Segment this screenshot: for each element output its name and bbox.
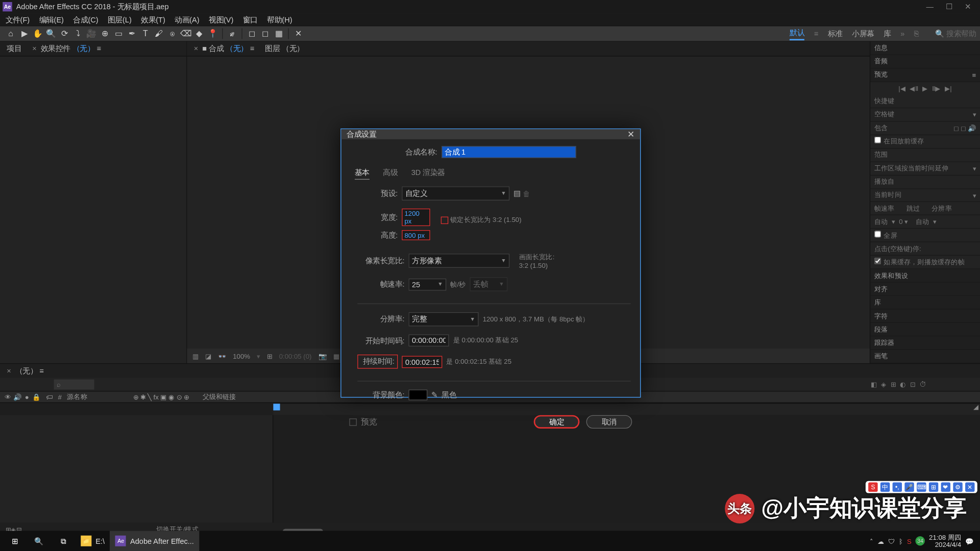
workspace-overflow-icon[interactable]: »	[900, 30, 904, 38]
alpha-icon[interactable]: ▥	[192, 352, 199, 360]
close-tab-icon[interactable]: ×	[194, 44, 198, 53]
tab-project[interactable]: 项目	[4, 42, 24, 55]
shape-mode-icon[interactable]: ◻	[258, 27, 272, 40]
snap-icon[interactable]: ⸙	[226, 27, 239, 40]
preset-delete-icon[interactable]: 🗑	[523, 189, 530, 197]
start-timecode-input[interactable]	[408, 334, 449, 346]
preview-movetime[interactable]: 如果缓存，则播放缓存的帧	[870, 256, 980, 269]
rect-tool-icon[interactable]: ▭	[112, 27, 125, 40]
taskbar-after-effects[interactable]: AeAdobe After Effec...	[110, 531, 200, 551]
home-icon[interactable]: ⌂	[4, 27, 17, 40]
tl-icon-6[interactable]: ⏱	[919, 381, 926, 388]
window-maximize-icon[interactable]: ☐	[946, 3, 952, 11]
menu-composition[interactable]: 合成(C)	[73, 14, 98, 24]
panel-preview[interactable]: 预览≡	[870, 68, 980, 82]
workspace-default[interactable]: 默认	[790, 27, 804, 40]
eraser-tool-icon[interactable]: ⌫	[179, 27, 192, 40]
preview-shortcut-value[interactable]: 空格键▾	[870, 108, 980, 121]
tray-security-icon[interactable]: 🛡	[888, 537, 895, 545]
workspace-small[interactable]: 小屏幕	[852, 29, 874, 39]
menu-view[interactable]: 视图(V)	[209, 14, 233, 24]
workspace-library[interactable]: 库	[884, 29, 891, 39]
col-parent[interactable]: 父级和链接	[203, 392, 236, 402]
ok-button[interactable]: 确定	[534, 415, 580, 429]
dialog-tab-3d[interactable]: 3D 渲染器	[411, 167, 445, 180]
tl-icon-1[interactable]: ◧	[871, 381, 877, 388]
cancel-button[interactable]: 取消	[586, 415, 632, 429]
ime-button-2[interactable]: •,	[893, 483, 902, 492]
col-lock-icon[interactable]: 🔒	[32, 393, 40, 401]
search-button[interactable]: 🔍	[27, 531, 51, 551]
last-frame-icon[interactable]: ▶|	[945, 85, 952, 92]
pen-tool-icon[interactable]: ✒	[125, 27, 138, 40]
col-audio-icon[interactable]: 🔊	[13, 393, 21, 401]
camera-tool-icon[interactable]: 🎥	[85, 27, 98, 40]
par-select[interactable]: 方形像素▼	[408, 254, 509, 268]
eyedropper-icon[interactable]: ✎	[431, 391, 437, 399]
preview-fps-value[interactable]: 自动 ▾ 0 ▾ 自动 ▾	[870, 216, 980, 229]
tab-effect-controls[interactable]: × 效果控件 （无） ≡	[30, 42, 104, 55]
panel-brushes[interactable]: 画笔	[870, 350, 980, 363]
preview-cache[interactable]: 在回放前缓存	[870, 135, 980, 148]
brush-tool-icon[interactable]: 🖌	[152, 27, 165, 40]
fps-select[interactable]: 25▼	[408, 278, 446, 290]
orbit-tool-icon[interactable]: ⟳	[58, 27, 71, 40]
tl-icon-4[interactable]: ◐	[900, 381, 906, 388]
workspace-standard[interactable]: 标准	[828, 29, 843, 39]
preview-range-value[interactable]: 工作区域按当前时间延伸▾	[870, 162, 980, 175]
preset-save-icon[interactable]: ▤	[513, 189, 520, 198]
dialog-tab-basic[interactable]: 基本	[355, 167, 370, 180]
rotate-tool-icon[interactable]: ⤵	[71, 27, 85, 40]
dialog-titlebar[interactable]: 合成设置 ✕	[341, 129, 641, 139]
fill-icon[interactable]: ▦	[272, 27, 285, 40]
taskbar-explorer[interactable]: 📁E:\	[76, 531, 110, 551]
zoom-value[interactable]: 100%	[233, 352, 250, 360]
dialog-close-icon[interactable]: ✕	[627, 129, 635, 139]
menu-effect[interactable]: 效果(T)	[141, 14, 165, 24]
anchor-tool-icon[interactable]: ⊕	[99, 27, 112, 40]
ime-button-3[interactable]: 🎤	[904, 483, 914, 492]
preview-playfrom-value[interactable]: 当前时间▾	[870, 189, 980, 202]
menu-layer[interactable]: 图层(L)	[108, 14, 132, 24]
ime-button-0[interactable]: S	[868, 483, 877, 492]
tray-bluetooth-icon[interactable]: ᛒ	[899, 537, 903, 545]
mask-icon[interactable]: 👓	[218, 352, 226, 360]
timeline-search-input[interactable]	[54, 379, 94, 389]
selection-tool-icon[interactable]: ▶	[17, 27, 31, 40]
menu-animation[interactable]: 动画(A)	[175, 14, 199, 24]
tray-up-icon[interactable]: ˄	[870, 537, 873, 545]
ime-button-8[interactable]: ✕	[965, 483, 974, 492]
timeline-tab[interactable]: × （无） ≡	[4, 364, 46, 377]
panel-effects[interactable]: 效果和预设	[870, 269, 980, 283]
menu-edit[interactable]: 编辑(E)	[39, 14, 64, 24]
width-input[interactable]: 1200 px	[402, 209, 430, 226]
first-frame-icon[interactable]: |◀	[898, 85, 905, 92]
preset-select[interactable]: 自定义▼	[402, 186, 509, 201]
stroke-icon[interactable]: ✕	[291, 27, 305, 40]
tray-sogou-icon[interactable]: S	[907, 537, 912, 545]
ime-button-4[interactable]: ⌨	[917, 483, 926, 492]
channel-icon[interactable]: ◪	[205, 352, 211, 360]
col-label-icon[interactable]: 🏷	[46, 393, 53, 401]
text-tool-icon[interactable]: T	[139, 27, 152, 40]
comp-name-input[interactable]	[441, 146, 576, 158]
panel-info[interactable]: 信息	[870, 42, 980, 55]
col-visibility-icon[interactable]: 👁	[4, 393, 12, 401]
zoom-tool-icon[interactable]: 🔍	[44, 27, 58, 40]
timecode-display[interactable]: 0:00:05 (0)	[279, 352, 312, 360]
lock-aspect-checkbox[interactable]	[441, 216, 449, 224]
col-solo-icon[interactable]: ●	[23, 393, 31, 401]
tray-temperature-badge[interactable]: 34	[916, 536, 925, 545]
ime-toolbar[interactable]: S中•,🎤⌨⊞❤⚙✕	[866, 481, 977, 493]
ime-button-6[interactable]: ❤	[941, 483, 950, 492]
timeline-collapse-icon[interactable]: ◢	[973, 403, 979, 411]
tray-onedrive-icon[interactable]: ☁	[877, 537, 884, 545]
panel-paragraph[interactable]: 段落	[870, 323, 980, 336]
panel-libraries[interactable]: 库	[870, 296, 980, 309]
ime-button-1[interactable]: 中	[880, 483, 890, 492]
tray-clock[interactable]: 21:08 周四2024/4/4	[929, 534, 961, 548]
play-icon[interactable]: ▶	[922, 85, 928, 92]
panel-audio[interactable]: 音频	[870, 55, 980, 68]
menu-window[interactable]: 窗口	[243, 14, 258, 24]
preview-fullscreen[interactable]: 全屏	[870, 229, 980, 242]
